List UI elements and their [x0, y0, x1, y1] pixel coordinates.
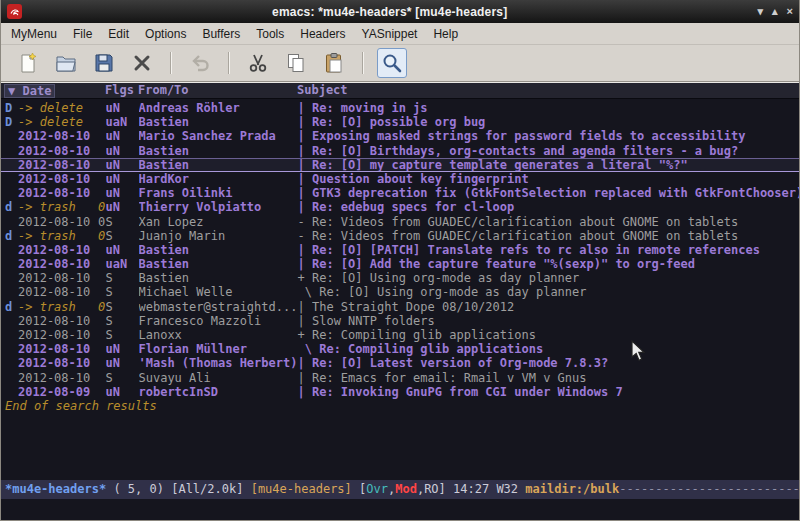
modeline-position: ( 5, 0)	[106, 480, 171, 499]
message-flags: uN	[106, 243, 139, 257]
message-flag-extra	[98, 159, 106, 171]
column-header-flags[interactable]: Flgs	[105, 83, 134, 98]
message-row[interactable]: 2012-08-10SBastien+ Re: [O] Using org-mo…	[1, 271, 799, 285]
column-header-from[interactable]: From/To	[138, 83, 189, 98]
message-row[interactable]: 2012-08-10SLanoxx+ Re: Compiling glib ap…	[1, 328, 799, 342]
message-row[interactable]: 2012-08-10uNMario Sanchez Prada| Exposin…	[1, 129, 799, 143]
cut-button[interactable]	[243, 48, 273, 78]
message-row[interactable]: 2012-08-10SMichael Welle \ Re: [O] Using…	[1, 285, 799, 299]
toolbar-separator	[362, 52, 364, 74]
close-buffer-icon	[130, 51, 154, 75]
message-row[interactable]: 2012-08-09uNrobertcInSD| Re: Invoking Gn…	[1, 385, 799, 399]
message-flag-extra	[98, 271, 106, 285]
modeline-comma-1: ,	[388, 480, 395, 499]
message-date: 2012-08-09	[18, 385, 98, 399]
modeline-status-open-bracket: [	[352, 480, 366, 499]
message-flag-extra	[98, 342, 106, 356]
message-row[interactable]: 2012-08-10uNHardKor| Question about key …	[1, 172, 799, 186]
close-buffer-button[interactable]	[127, 48, 157, 78]
message-row[interactable]: 2012-08-10uN'Mash (Thomas Herbert)| Re: …	[1, 356, 799, 370]
message-from: Suvayu Ali	[139, 371, 298, 385]
message-flags: uN	[106, 159, 139, 171]
message-row[interactable]: 2012-08-10uNBastien| Re: [O] Birthdays, …	[1, 144, 799, 158]
mode-line[interactable]: *mu4e-headers* ( 5, 0) [All/2.0k] [mu4e-…	[1, 480, 799, 499]
menu-item-help[interactable]: Help	[425, 24, 466, 44]
message-from: Andreas Röhler	[139, 101, 298, 115]
copy-button[interactable]	[281, 48, 311, 78]
message-date: 2012-08-10	[18, 356, 98, 370]
message-from: Frans Oilinki	[139, 186, 298, 200]
date-column-label: Date	[22, 84, 51, 98]
menu-item-edit[interactable]: Edit	[100, 24, 137, 44]
message-mark	[1, 285, 18, 299]
thread-indicator: |	[298, 159, 312, 171]
save-buffer-button[interactable]	[89, 48, 119, 78]
undo-button[interactable]	[185, 48, 215, 78]
maximize-button[interactable]: ▴	[772, 6, 778, 17]
message-mark	[1, 215, 18, 229]
modeline-major-mode: [mu4e-headers]	[251, 480, 352, 499]
titlebar[interactable]: emacs: *mu4e-headers* [mu4e-headers] ▾ ▴…	[1, 0, 799, 23]
new-file-button[interactable]	[13, 48, 43, 78]
paste-button[interactable]	[319, 48, 349, 78]
message-flags: uN	[106, 385, 139, 399]
echo-area[interactable]	[1, 499, 799, 521]
menu-item-tools[interactable]: Tools	[248, 24, 292, 44]
message-flags: S	[106, 328, 139, 342]
message-subject: GTK3 deprecation fix (GtkFontSelection r…	[312, 186, 799, 200]
close-button[interactable]: ×	[787, 6, 793, 17]
open-file-button[interactable]	[51, 48, 81, 78]
message-from: Florian Müllner	[139, 342, 298, 356]
message-flags: S	[106, 271, 139, 285]
message-row[interactable]: D-> deleteuaNBastien| Re: [O] possible o…	[1, 115, 799, 129]
message-flag-extra	[98, 101, 106, 115]
app-icon	[7, 4, 22, 19]
message-subject: Re: Emacs for email: Rmail v VM v Gnus	[312, 371, 799, 385]
message-date: -> delete	[18, 115, 98, 129]
message-mark	[1, 271, 18, 285]
modeline-clock: 14:27 W32	[446, 480, 525, 499]
menu-item-options[interactable]: Options	[137, 24, 194, 44]
message-flags: S	[106, 371, 139, 385]
message-row[interactable]: d-> trash0SJuanjo Marin- Re: Videos from…	[1, 229, 799, 243]
message-row[interactable]: D-> deleteuNAndreas Röhler| Re: moving i…	[1, 101, 799, 115]
column-header-subject[interactable]: Subject	[297, 83, 348, 98]
message-mark: d	[1, 229, 18, 243]
modeline-status-close-bracket: ]	[439, 480, 446, 499]
message-flags: uN	[106, 356, 139, 370]
message-row[interactable]: 2012-08-10SSuvayu Ali| Re: Emacs for ema…	[1, 371, 799, 385]
headers-buffer[interactable]: D-> deleteuNAndreas Röhler| Re: moving i…	[1, 99, 799, 480]
menu-item-file[interactable]: File	[65, 24, 100, 44]
menu-item-headers[interactable]: Headers	[292, 24, 353, 44]
message-mark	[1, 314, 18, 328]
toolbar	[1, 45, 799, 82]
thread-indicator: +	[298, 328, 312, 342]
message-row[interactable]: 2012-08-10uaNBastien| Re: [O] Add the ca…	[1, 257, 799, 271]
thread-indicator: |	[298, 129, 312, 143]
message-date: 2012-08-10	[18, 144, 98, 158]
menu-item-buffers[interactable]: Buffers	[194, 24, 248, 44]
thread-indicator: |	[298, 186, 312, 200]
message-from: Xan Lopez	[139, 215, 298, 229]
thread-indicator: |	[298, 300, 312, 314]
message-row[interactable]: 2012-08-10uNBastien| Re: [O] [PATCH] Tra…	[1, 243, 799, 257]
message-flags: uN	[106, 144, 139, 158]
message-row[interactable]: d-> trash0Swebmaster@straightd...| The S…	[1, 300, 799, 314]
minimize-button[interactable]: ▾	[758, 6, 764, 17]
message-row[interactable]: 2012-08-10uNFrans Oilinki| GTK3 deprecat…	[1, 186, 799, 200]
message-row[interactable]: d-> trash0uNThierry Volpiatto| Re: edebu…	[1, 200, 799, 214]
message-flags: uN	[106, 186, 139, 200]
message-from: Bastien	[139, 159, 298, 171]
menu-item-yasnippet[interactable]: YASnippet	[354, 24, 426, 44]
message-row[interactable]: 2012-08-10uNBastien| Re: [O] my capture …	[1, 158, 799, 172]
menu-item-mymenu[interactable]: MyMenu	[3, 24, 65, 44]
message-flags: S	[106, 229, 139, 243]
message-row[interactable]: 2012-08-10SFrancesco Mazzoli| Slow NNTP …	[1, 314, 799, 328]
message-row[interactable]: 2012-08-100SXan Lopez- Re: Videos from G…	[1, 215, 799, 229]
message-row[interactable]: 2012-08-10uNFlorian Müllner \ Re: Compil…	[1, 342, 799, 356]
message-flag-extra	[98, 257, 106, 271]
search-button[interactable]	[377, 48, 407, 78]
message-subject: Re: [O] Using org-mode as day planner	[319, 285, 799, 299]
message-date: 2012-08-10	[18, 257, 98, 271]
column-header-date[interactable]: ▼ Date	[4, 84, 55, 98]
